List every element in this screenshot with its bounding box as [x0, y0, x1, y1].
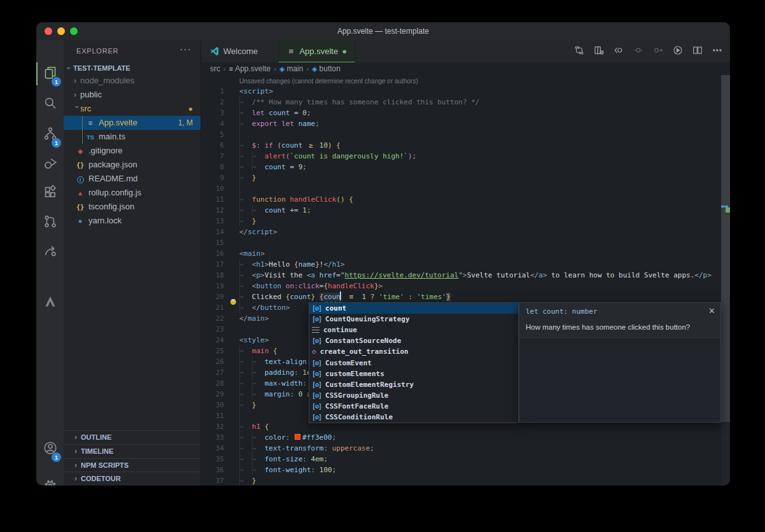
- source-control-compare-button[interactable]: [572, 44, 587, 59]
- editor-scrollbar[interactable]: [721, 75, 730, 486]
- activity-item-search[interactable]: [36, 90, 64, 118]
- suggest-item-CSSFontFaceRule[interactable]: [⊘]CSSFontFaceRule: [309, 401, 518, 412]
- code-line-8[interactable]: 8→ → count = 9;: [201, 162, 721, 172]
- file-item-.gitignore[interactable]: ◆.gitignore: [64, 144, 200, 158]
- lightbulb-icon[interactable]: [229, 293, 237, 301]
- code-line-33[interactable]: 33→ → color: #ff3e00;: [201, 432, 721, 443]
- file-name: tsconfig.json: [88, 202, 134, 211]
- breadcrumb-item-button[interactable]: ◈ button: [312, 64, 340, 73]
- file-item-README.md[interactable]: iREADME.md: [64, 172, 200, 186]
- split-editor-button[interactable]: [690, 44, 705, 59]
- activity-item-github-pull-requests[interactable]: [36, 209, 64, 237]
- code-line-6[interactable]: 6→ $: if (count ≥ 10) {: [201, 140, 721, 151]
- activity-item-azure[interactable]: [36, 289, 64, 317]
- line-number: 16: [201, 248, 224, 259]
- suggest-item-count[interactable]: [⊘]count: [309, 303, 518, 314]
- folder-item-src[interactable]: ›src●: [64, 102, 200, 116]
- file-item-main.ts[interactable]: TSmain.ts: [64, 130, 200, 144]
- line-number: 27: [201, 367, 224, 378]
- section-label: NPM SCRIPTS: [81, 461, 129, 469]
- code-line-20[interactable]: 20→ Clicked {count} {coun ≡ 1 ? 'time' :…: [201, 291, 721, 302]
- tab-welcome[interactable]: Welcome: [202, 40, 279, 62]
- code-line-1[interactable]: 1<script>: [201, 86, 721, 97]
- file-item-rollup.config.js[interactable]: ▲rollup.config.js: [64, 186, 200, 200]
- code-line-15[interactable]: 15: [201, 237, 721, 248]
- tab-app-svelte[interactable]: ≡App.svelte●: [279, 40, 355, 62]
- activity-item-explorer[interactable]: 1: [36, 60, 64, 88]
- code-line-12[interactable]: 12→ → count += 1;: [201, 205, 721, 216]
- activity-item-accounts[interactable]: 1: [36, 435, 64, 463]
- suggest-item-CustomEvent[interactable]: [⊘]CustomEvent: [309, 357, 518, 368]
- navigate-back-icon: [614, 45, 624, 58]
- activity-item-live-share[interactable]: [36, 238, 64, 266]
- title-bar[interactable]: App.svelte — test-template: [36, 22, 730, 40]
- open-changes-editor-button[interactable]: [591, 44, 607, 59]
- line-number: 24: [201, 335, 224, 346]
- code-line-7[interactable]: 7→ → alert(`count is dangerously high!`)…: [201, 151, 721, 162]
- code-line-3[interactable]: 3→ let count = 0;: [201, 108, 721, 118]
- run-or-debug-button[interactable]: [670, 44, 685, 59]
- activity-item-source-control[interactable]: 1: [36, 121, 64, 149]
- open-changes-editor-icon: [594, 45, 604, 58]
- file-item-package.json[interactable]: {}package.json: [64, 158, 200, 172]
- code-line-36[interactable]: 36→ → font-weight: 100;: [201, 465, 721, 475]
- sidebar-section-timeline[interactable]: ›TIMELINE: [64, 444, 200, 458]
- folder-item-public[interactable]: ›public: [64, 88, 200, 102]
- file-name: .gitignore: [88, 146, 122, 155]
- code-line-17[interactable]: 17→ <h1>Hello {name}!</h1>: [201, 259, 721, 270]
- more-actions-button[interactable]: [710, 44, 725, 59]
- breadcrumb-item-app-svelte[interactable]: ≡ App.svelte: [229, 64, 271, 73]
- code-line-14[interactable]: 14</script>: [201, 227, 721, 237]
- code-line-16[interactable]: 16<main>: [201, 248, 721, 259]
- code-line-2[interactable]: 2→ /** How many times has someone clicke…: [201, 97, 721, 108]
- code-line-34[interactable]: 34→ → text-transform: uppercase;: [201, 443, 721, 454]
- views-and-more-actions-button[interactable]: ···: [179, 44, 192, 55]
- suggest-item-ConstantSourceNode[interactable]: [⊘]ConstantSourceNode: [309, 335, 518, 346]
- suggest-item-customElements[interactable]: [⊘]customElements: [309, 368, 518, 379]
- code-line-10[interactable]: 10: [201, 183, 721, 194]
- suggest-item-CSSConditionRule[interactable]: [⊘]CSSConditionRule: [309, 412, 518, 423]
- sidebar-section-codetour[interactable]: ›CODETOUR: [64, 472, 200, 486]
- activity-item-settings-gear[interactable]: [36, 473, 64, 486]
- code-line-35[interactable]: 35→ → font-size: 4em;: [201, 454, 721, 465]
- window-title: App.svelte — test-template: [36, 22, 730, 40]
- code-line-13[interactable]: 13→ }: [201, 216, 721, 227]
- previous-change-button[interactable]: [631, 44, 646, 59]
- suggest-item-CountQueuingStrategy[interactable]: [⊘]CountQueuingStrategy: [309, 314, 518, 325]
- breadcrumb[interactable]: src›≡ App.svelte›◈ main›◈ button: [201, 62, 730, 75]
- project-root-row[interactable]: ›TEST-TEMPLATE: [64, 62, 200, 74]
- git-status-badge: 1, M: [178, 116, 193, 130]
- chevron-right-icon: ›: [74, 431, 77, 444]
- file-item-App.svelte[interactable]: ≡App.svelte1, M: [64, 116, 200, 130]
- breadcrumb-item-main[interactable]: ◈ main: [279, 64, 304, 73]
- suggest-item-create_out_transition[interactable]: ◇create_out_transition: [309, 346, 518, 357]
- code-line-18[interactable]: 18→ <p>Visit the <a href="https://svelte…: [201, 270, 721, 281]
- close-icon[interactable]: ✕: [708, 306, 715, 316]
- line-number: 6: [201, 140, 224, 151]
- code-line-11[interactable]: 11→ function handleClick() {: [201, 194, 721, 205]
- activity-item-run-debug[interactable]: [36, 150, 64, 178]
- activity-item-extensions[interactable]: [36, 179, 64, 207]
- sidebar-section-outline[interactable]: ›OUTLINE: [64, 430, 200, 444]
- folder-item-node_modules[interactable]: ›node_modules: [64, 74, 200, 88]
- breadcrumb-item-src[interactable]: src: [210, 64, 220, 73]
- code-line-37[interactable]: 37→ }: [201, 475, 721, 486]
- scrollbar-thumb[interactable]: [721, 75, 730, 422]
- code-line-5[interactable]: 5: [201, 129, 721, 140]
- suggest-item-continue[interactable]: continue: [309, 325, 518, 335]
- suggest-item-CSSGroupingRule[interactable]: [⊘]CSSGroupingRule: [309, 390, 518, 401]
- sidebar-section-npm-scripts[interactable]: ›NPM SCRIPTS: [64, 458, 200, 472]
- file-item-tsconfig.json[interactable]: {}tsconfig.json: [64, 200, 200, 214]
- file-type-icon: ◆: [75, 144, 85, 158]
- code-line-19[interactable]: 19→ <button on:click={handleClick}>: [201, 281, 721, 291]
- file-item-yarn.lock[interactable]: ●yarn.lock: [64, 214, 200, 228]
- line-number: 30: [201, 400, 224, 410]
- next-change-button[interactable]: [650, 44, 666, 59]
- navigate-back-button[interactable]: [611, 44, 626, 59]
- code-editor[interactable]: Unsaved changes (cannot determine recent…: [201, 75, 730, 486]
- code-line-9[interactable]: 9→ }: [201, 172, 721, 183]
- code-line-4[interactable]: 4→ export let name;: [201, 118, 721, 129]
- suggest-item-CustomElementRegistry[interactable]: [⊘]CustomElementRegistry: [309, 379, 518, 390]
- suggest-label: ConstantSourceNode: [325, 337, 401, 345]
- chevron-icon: ›: [74, 88, 80, 102]
